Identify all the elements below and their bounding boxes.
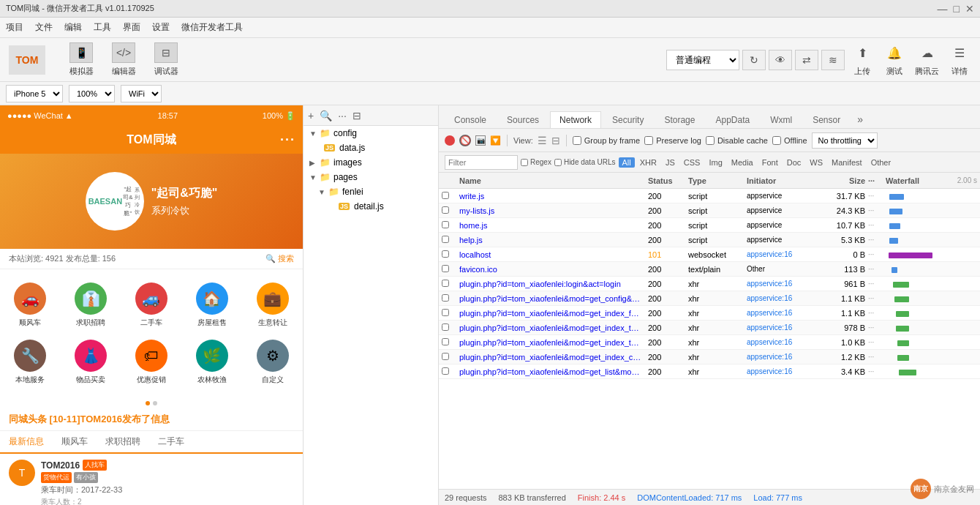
row-dots[interactable]: ··· xyxy=(868,280,883,288)
row-dots[interactable]: ··· xyxy=(868,309,883,317)
tab-console[interactable]: Console xyxy=(445,111,496,128)
hide-data-checkbox[interactable] xyxy=(554,159,562,166)
table-row[interactable]: home.js 200 script appservice 10.7 KB ··… xyxy=(439,218,980,233)
header-type[interactable]: Type xyxy=(685,176,744,185)
header-waterfall[interactable]: Waterfall 2.00 s xyxy=(883,176,980,185)
tree-folder-config[interactable]: ▼ 📁 config xyxy=(304,126,438,141)
tree-folder-images[interactable]: ▶ 📁 images xyxy=(304,155,438,170)
search-file-button[interactable]: 🔍 xyxy=(320,110,332,121)
icon-zidingyi[interactable]: ⚙ 自定义 xyxy=(242,334,303,391)
filter-all[interactable]: All xyxy=(619,157,635,168)
list-view-icon[interactable]: ☰ xyxy=(538,135,547,146)
refresh-button[interactable]: ↻ xyxy=(742,50,766,70)
regex-checkbox-group[interactable]: Regex xyxy=(521,158,551,166)
record-button[interactable] xyxy=(445,135,455,146)
row-dots[interactable]: ··· xyxy=(868,367,883,375)
maximize-button[interactable]: □ xyxy=(954,3,960,15)
tab-sensor[interactable]: Sensor xyxy=(803,111,850,128)
filter-js[interactable]: JS xyxy=(662,157,679,168)
filter-other[interactable]: Other xyxy=(867,157,895,168)
tree-folder-fenlei[interactable]: ▼ 📁 fenlei xyxy=(304,184,438,199)
header-status[interactable]: Status xyxy=(645,176,685,185)
detail-button[interactable]: ☰ 详情 xyxy=(948,42,971,77)
eye-button[interactable]: 👁 xyxy=(769,50,792,70)
tree-folder-pages[interactable]: ▼ 📁 pages xyxy=(304,170,438,184)
table-row[interactable]: favicon.ico 200 text/plain Other 113 B ·… xyxy=(439,262,980,277)
menu-item-file[interactable]: 文件 xyxy=(35,21,53,34)
row-dots[interactable]: ··· xyxy=(868,338,883,346)
row-dots[interactable]: ··· xyxy=(868,353,883,361)
tab-security[interactable]: Security xyxy=(603,111,653,128)
icon-qiuzhizhaoping[interactable]: 👔 求职招聘 xyxy=(61,277,121,334)
throttle-select[interactable]: No throttling xyxy=(812,132,878,149)
more-button[interactable]: ≋ xyxy=(821,50,845,70)
tab-storage[interactable]: Storage xyxy=(655,111,704,128)
row-dots[interactable]: ··· xyxy=(868,221,883,229)
add-file-button[interactable]: + xyxy=(308,110,314,121)
icon-nonglin[interactable]: 🌿 农林牧渔 xyxy=(181,334,242,391)
device-select[interactable]: iPhone 5 iPhone xyxy=(6,85,63,102)
header-initiator[interactable]: Initiator xyxy=(744,176,817,185)
tab-shunfengche[interactable]: 顺风车 xyxy=(53,431,97,452)
icon-youhui[interactable]: 🏷 优惠促销 xyxy=(121,334,182,391)
regex-checkbox[interactable] xyxy=(521,159,528,166)
table-row[interactable]: plugin.php?id=tom_xiaofenlei&mod=get_ind… xyxy=(439,350,980,364)
table-row[interactable]: plugin.php?id=tom_xiaofenlei:login&act=l… xyxy=(439,277,980,291)
filter-media[interactable]: Media xyxy=(728,157,757,168)
table-row[interactable]: localhost 101 websocket appservice:16 0 … xyxy=(439,247,980,262)
close-button[interactable]: ✕ xyxy=(965,3,974,15)
preserve-log-label[interactable]: Preserve log xyxy=(644,136,701,145)
grid-view-icon[interactable]: ⊟ xyxy=(551,135,560,146)
group-by-frame-label[interactable]: Group by frame xyxy=(573,136,640,145)
table-row[interactable]: plugin.php?id=tom_xiaofenlei&mod=get_ind… xyxy=(439,321,980,335)
menu-item-wechat[interactable]: 微信开发者工具 xyxy=(181,21,243,34)
minimize-button[interactable]: — xyxy=(938,3,948,15)
menu-item-edit[interactable]: 编辑 xyxy=(64,21,82,34)
filter-manifest[interactable]: Manifest xyxy=(828,157,866,168)
header-name[interactable]: Name xyxy=(456,176,645,185)
camera-button[interactable]: 📷 xyxy=(475,135,486,146)
table-row[interactable]: plugin.php?id=tom_xiaofenlei&mod=get_ind… xyxy=(439,335,980,350)
row-dots[interactable]: ··· xyxy=(868,323,883,332)
header-size[interactable]: Size xyxy=(817,176,868,185)
row-dots[interactable]: ··· xyxy=(868,294,883,302)
row-dots[interactable]: ··· xyxy=(868,250,883,258)
zoom-select[interactable]: 100% xyxy=(69,85,115,102)
icon-shunfengche[interactable]: 🚗 顺风车 xyxy=(0,277,61,334)
table-row[interactable]: plugin.php?id=tom_xiaofenlei&mod=get_ind… xyxy=(439,306,980,321)
tab-wxml[interactable]: Wxml xyxy=(761,111,802,128)
filter-input[interactable] xyxy=(445,155,518,170)
disable-cache-label[interactable]: Disable cache xyxy=(706,136,768,145)
offline-checkbox[interactable] xyxy=(772,136,781,145)
editor-button[interactable]: </> 编辑器 xyxy=(105,42,142,77)
table-row[interactable]: plugin.php?id=tom_xiaofenlei&mod=get_con… xyxy=(439,291,980,306)
cloud-button[interactable]: ☁ 腾讯云 xyxy=(915,42,939,77)
offline-label[interactable]: Offline xyxy=(772,136,807,145)
filter-img[interactable]: Img xyxy=(705,157,725,168)
filter-xhr[interactable]: XHR xyxy=(636,157,660,168)
preserve-log-checkbox[interactable] xyxy=(644,136,653,145)
tab-xinxi[interactable]: 最新信息 xyxy=(0,431,53,454)
group-by-frame-checkbox[interactable] xyxy=(573,136,581,145)
phone-nav-more[interactable]: ··· xyxy=(280,132,295,148)
filter-doc[interactable]: Doc xyxy=(783,157,805,168)
icon-fangwu[interactable]: 🏠 房屋租售 xyxy=(181,277,242,334)
icon-shengyi[interactable]: 💼 生意转让 xyxy=(242,277,303,334)
simulator-button[interactable]: 📱 模拟器 xyxy=(63,42,99,77)
row-dots[interactable]: ··· xyxy=(868,206,883,214)
more-options-button[interactable]: ··· xyxy=(338,110,347,121)
tree-file-datajs[interactable]: JS data.js xyxy=(304,141,438,155)
tab-qiuzhi[interactable]: 求职招聘 xyxy=(97,431,149,452)
tab-network[interactable]: Network xyxy=(550,111,601,128)
tree-file-detailjs[interactable]: JS detail.js xyxy=(304,199,438,214)
filter-ws[interactable]: WS xyxy=(806,157,826,168)
mode-select[interactable]: 普通编程 xyxy=(666,50,739,70)
collapse-button[interactable]: ⊟ xyxy=(353,110,361,121)
filter-button[interactable]: 🔽 xyxy=(490,135,501,146)
filter-css[interactable]: CSS xyxy=(680,157,704,168)
hide-data-checkbox-group[interactable]: Hide data URLs xyxy=(554,158,616,166)
row-dots[interactable]: ··· xyxy=(868,192,883,200)
menu-item-tools[interactable]: 工具 xyxy=(94,21,111,34)
upload-button[interactable]: ⬆ 上传 xyxy=(851,42,874,77)
table-row[interactable]: help.js 200 script appservice 5.3 KB ··· xyxy=(439,233,980,247)
